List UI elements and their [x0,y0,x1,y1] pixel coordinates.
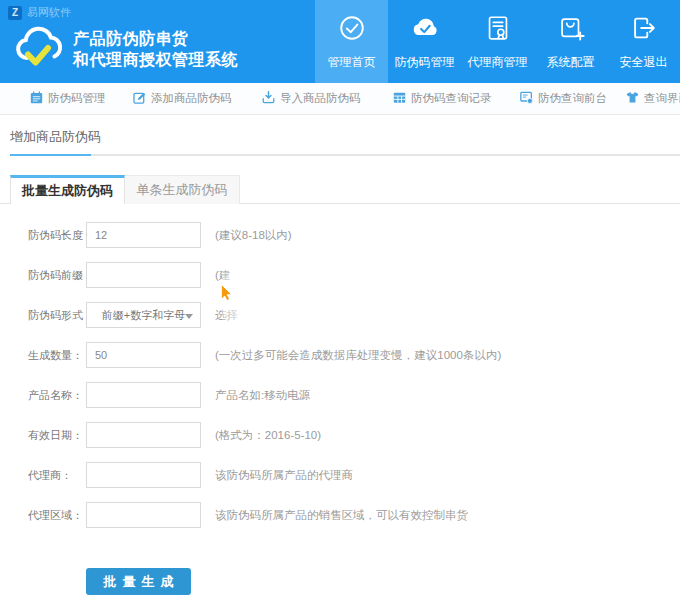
agent-hint: 该防伪码所属产品的代理商 [215,468,353,483]
code-prefix-input[interactable] [86,262,201,288]
chevron-down-icon [185,314,193,319]
vendor-logo-text: 易网软件 [27,5,71,20]
sub-nav-label: 添加商品防伪码 [151,91,232,106]
quantity-input[interactable] [86,342,201,368]
valid-date-input[interactable] [86,422,201,448]
quantity-hint: (一次过多可能会造成数据库处理变慢，建议1000条以内) [215,348,501,363]
mouse-cursor-icon [220,284,233,305]
top-nav-label: 防伪码管理 [395,54,455,71]
top-nav-label: 管理首页 [328,54,376,71]
app-window: Z 易网软件 产品防伪防串货 和代理商授权管理系统 [0,0,680,601]
form-row-code-prefix: 防伪码前缀： (建 [0,262,680,288]
circle-check-icon [337,13,367,47]
product-name-input[interactable] [86,382,201,408]
edit-icon [133,90,146,108]
sub-nav-label: 防伪码查询记录 [411,91,492,106]
calendar-icon [30,90,43,108]
batch-generate-form: 防伪码长度： (建议8-18以内) 防伪码前缀： (建 防伪码形式： 前缀+数字… [0,222,680,595]
cloud-check-icon [410,13,440,47]
sub-nav-item-ui-custom[interactable]: 查询界面订制 [626,83,680,114]
monitor-icon [520,90,533,108]
vendor-logo: Z 易网软件 [8,5,71,20]
app-title-line1: 产品防伪防串货 [73,28,238,49]
agent-input[interactable] [86,462,201,488]
agent-region-input[interactable] [86,502,201,528]
top-nav-item-settings[interactable]: 系统配置 [534,0,607,83]
sub-nav-label: 导入商品防伪码 [280,91,361,106]
code-length-label: 防伪码长度： [28,228,85,243]
code-prefix-label: 防伪码前缀： [28,268,85,283]
form-row-product-name: 产品名称： 产品名如:移动电源 [0,382,680,408]
form-row-agent: 代理商： 该防伪码所属产品的代理商 [0,462,680,488]
top-nav-label: 安全退出 [620,54,668,71]
valid-date-hint: (格式为：2016-5-10) [215,428,321,443]
form-row-code-format: 防伪码形式： 前缀+数字和字母 选择 [0,302,680,328]
app-title-line2: 和代理商授权管理系统 [73,49,238,70]
page-title: 增加商品防伪码 [10,128,680,146]
product-name-label: 产品名称： [28,388,85,403]
sub-nav-label: 防伪查询前台 [538,91,607,106]
top-nav: 管理首页 防伪码管理 [315,0,680,83]
sub-nav-item-import-code[interactable]: 导入商品防伪码 [262,83,361,114]
sub-nav: 防伪码管理 添加商品防伪码 导入商品防伪码 [0,83,680,115]
logout-icon [629,13,659,47]
code-format-select[interactable]: 前缀+数字和字母 [86,302,201,328]
product-name-hint: 产品名如:移动电源 [215,388,310,403]
vendor-logo-icon: Z [8,6,22,20]
top-nav-item-agents[interactable]: 代理商管理 [461,0,534,83]
top-nav-item-codes[interactable]: 防伪码管理 [388,0,461,83]
code-format-selected-value: 前缀+数字和字母 [102,308,185,323]
tab-batch-generate[interactable]: 批量生成防伪码 [10,175,125,204]
code-prefix-hint: (建 [215,268,230,283]
sub-nav-item-query-front[interactable]: 防伪查询前台 [520,83,607,114]
top-nav-item-logout[interactable]: 安全退出 [607,0,680,83]
code-length-hint: (建议8-18以内) [215,228,292,243]
sub-nav-label: 查询界面订制 [644,91,680,106]
code-format-hint: 选择 [215,308,238,323]
cloud-check-logo-icon [13,24,65,74]
certificate-icon [483,13,513,47]
tab-bar: 批量生成防伪码 单条生成防伪码 [0,175,680,204]
table-icon [393,90,406,108]
agent-label: 代理商： [28,468,85,483]
sub-nav-item-code-manage[interactable]: 防伪码管理 [30,83,106,114]
title-divider [10,154,680,156]
form-row-quantity: 生成数量： (一次过多可能会造成数据库处理变慢，建议1000条以内) [0,342,680,368]
quantity-label: 生成数量： [28,348,85,363]
form-row-agent-region: 代理区域： 该防伪码所属产品的销售区域，可以有效控制串货 [0,502,680,528]
sub-nav-item-query-log[interactable]: 防伪码查询记录 [393,83,492,114]
app-title: 产品防伪防串货 和代理商授权管理系统 [73,28,238,70]
form-row-code-length: 防伪码长度： (建议8-18以内) [0,222,680,248]
title-divider-accent [10,154,91,156]
top-nav-item-home[interactable]: 管理首页 [315,0,388,83]
sub-nav-item-add-code[interactable]: 添加商品防伪码 [133,83,232,114]
tshirt-icon [626,90,639,108]
agent-region-label: 代理区域： [28,508,85,523]
form-row-valid-date: 有效日期： (格式为：2016-5-10) [0,422,680,448]
tab-single-generate[interactable]: 单条生成防伪码 [125,175,240,204]
batch-generate-button[interactable]: 批量生成 [86,568,191,595]
top-nav-label: 代理商管理 [468,54,528,71]
code-length-input[interactable] [86,222,201,248]
agent-region-hint: 该防伪码所属产品的销售区域，可以有效控制串货 [215,508,468,523]
import-icon [262,90,275,108]
code-format-label: 防伪码形式： [28,308,85,323]
app-brand: 产品防伪防串货 和代理商授权管理系统 [13,24,238,74]
config-box-icon [556,13,586,47]
valid-date-label: 有效日期： [28,428,85,443]
sub-nav-label: 防伪码管理 [48,91,106,106]
top-nav-label: 系统配置 [547,54,595,71]
header: Z 易网软件 产品防伪防串货 和代理商授权管理系统 [0,0,680,83]
